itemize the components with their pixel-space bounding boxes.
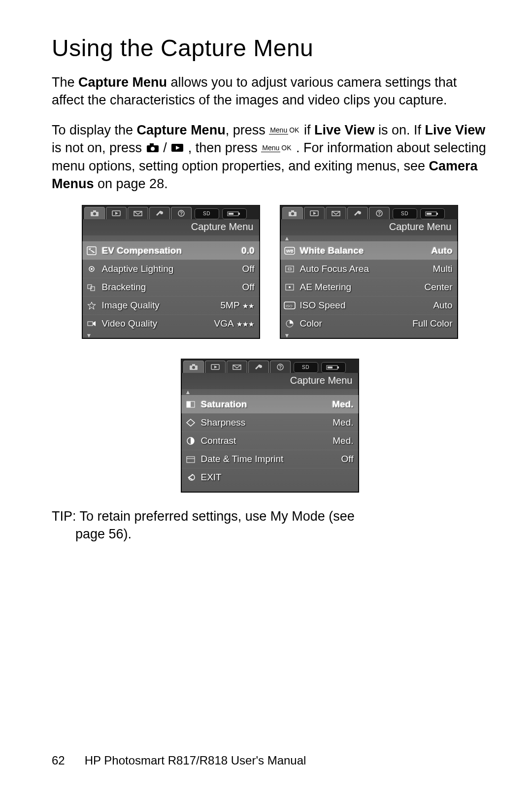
menu-row: SharpnessMed. <box>181 413 359 432</box>
menu-item-label: Bracketing <box>102 282 238 293</box>
tab-wrench-icon <box>248 361 269 373</box>
text: , press <box>226 123 269 137</box>
scroll-down-arrow-icon: ▼ <box>280 332 462 338</box>
menu-row: EXIT <box>181 468 359 486</box>
tab-help-icon: ? <box>171 207 192 219</box>
text: is on. If <box>375 123 425 137</box>
svg-rect-36 <box>436 213 438 215</box>
svg-rect-40 <box>286 266 294 272</box>
svg-point-43 <box>289 286 291 288</box>
svg-text:?: ? <box>279 365 282 370</box>
svg-rect-1 <box>150 143 154 146</box>
svg-rect-62 <box>187 457 195 463</box>
svg-text:?: ? <box>378 211 381 216</box>
live-view-term: Live View <box>425 123 486 137</box>
quality-stars-icon: ★★ <box>241 302 255 310</box>
ok-label: OK <box>288 126 300 134</box>
tab-camera-icon <box>84 207 105 219</box>
scroll-up-arrow-icon <box>82 235 264 241</box>
svg-marker-31 <box>313 212 316 215</box>
screenshots-group: ?SDCapture Menu+-EV Compensation0.0Adapt… <box>52 205 488 493</box>
sd-card-indicator-icon: SD <box>294 362 318 373</box>
svg-text:+: + <box>89 247 91 251</box>
footer-title: HP Photosmart R817/R818 User's Manual <box>85 754 306 767</box>
menu-row: +-EV Compensation0.0 <box>82 241 260 260</box>
svg-rect-25 <box>88 322 93 326</box>
menu-item-value: Med. <box>332 417 353 428</box>
menu-item-label: Image Quality <box>102 300 217 311</box>
menu-row: WBWhite BalanceAuto <box>280 241 458 260</box>
text: on page 28. <box>94 176 168 191</box>
svg-point-2 <box>151 147 155 151</box>
menu-item-label: Sharpness <box>201 417 329 428</box>
text: is not on, press <box>52 140 146 155</box>
svg-marker-51 <box>214 366 217 368</box>
menu-item-label: White Balance <box>300 245 428 256</box>
tab-bar: ?SD <box>181 359 359 373</box>
menu-item-label: ISO Speed <box>300 300 430 311</box>
text: , then press <box>188 140 262 155</box>
menu-item-value: Full Color <box>412 318 452 329</box>
tab-play-icon <box>205 361 226 373</box>
star-icon <box>85 300 98 311</box>
svg-text:WB: WB <box>286 249 294 254</box>
svg-rect-41 <box>288 268 291 270</box>
live-view-term: Live View <box>314 123 375 137</box>
svg-point-21 <box>91 268 93 270</box>
capture-menu-term: Capture Menu <box>78 75 167 90</box>
color-icon <box>283 318 296 329</box>
tab-help-icon: ? <box>369 207 390 219</box>
page-heading: Using the Capture Menu <box>52 34 488 62</box>
svg-rect-37 <box>427 213 432 215</box>
tip-label: TIP: <box>52 509 76 524</box>
quality-stars-icon: ★★★ <box>235 320 255 328</box>
tab-bar: ?SD <box>82 205 260 219</box>
text: The <box>52 75 78 90</box>
ok-label: OK <box>280 144 292 152</box>
menu-item-value: Off <box>341 454 354 465</box>
sd-card-indicator-icon: SD <box>393 208 417 219</box>
video-icon <box>85 318 98 329</box>
svg-marker-9 <box>115 212 118 215</box>
adapt-icon <box>85 264 98 274</box>
sd-card-indicator-icon: SD <box>195 208 219 219</box>
menu-item-label: Saturation <box>201 399 329 410</box>
menu-label: Menu <box>269 126 288 134</box>
camera-menu-screenshot: ?SDCapture Menu▲WBWhite BalanceAutoAuto … <box>280 205 458 339</box>
text: / <box>163 140 170 155</box>
my-mode-term: My Mode <box>270 509 325 524</box>
svg-rect-14 <box>238 213 240 215</box>
menu-item-value: Off <box>242 264 255 274</box>
menu-row: Video QualityVGA ★★★ <box>82 314 260 332</box>
ae-icon <box>283 282 296 293</box>
svg-rect-56 <box>337 366 339 368</box>
menu-item-label: Date & Time Imprint <box>201 454 337 465</box>
menu-item-value: Off <box>242 282 255 293</box>
menu-row: ColorFull Color <box>280 314 458 332</box>
svg-rect-57 <box>328 366 332 368</box>
svg-text:?: ? <box>180 211 183 216</box>
menu-item-label: EXIT <box>201 472 350 483</box>
menu-label: Menu <box>261 144 280 152</box>
svg-rect-15 <box>229 213 233 215</box>
scroll-up-arrow-icon: ▲ <box>181 389 363 395</box>
menu-title: Capture Menu <box>181 373 359 389</box>
page-number: 62 <box>52 754 65 767</box>
iso-icon: ISO <box>283 300 296 311</box>
tab-mail-icon <box>326 207 346 219</box>
tab-wrench-icon <box>149 207 170 219</box>
intro-paragraph: The Capture Menu allows you to adjust va… <box>52 73 488 109</box>
tab-camera-icon <box>282 207 303 219</box>
menu-row: ISOISO SpeedAuto <box>280 296 458 314</box>
tab-help-icon: ? <box>270 361 291 373</box>
playback-icon <box>170 142 184 153</box>
camera-menu-screenshot: ?SDCapture Menu▲SaturationMed.SharpnessM… <box>181 359 359 493</box>
svg-marker-24 <box>88 302 96 309</box>
exit-icon <box>184 472 197 483</box>
menu-item-label: Adaptive Lighting <box>102 264 238 274</box>
scroll-down-arrow-icon <box>181 486 363 492</box>
menu-item-value: Med. <box>332 399 353 410</box>
camera-icon <box>146 142 160 153</box>
menu-item-label: Video Quality <box>102 318 210 329</box>
menu-row: Auto Focus AreaMulti <box>280 260 458 278</box>
